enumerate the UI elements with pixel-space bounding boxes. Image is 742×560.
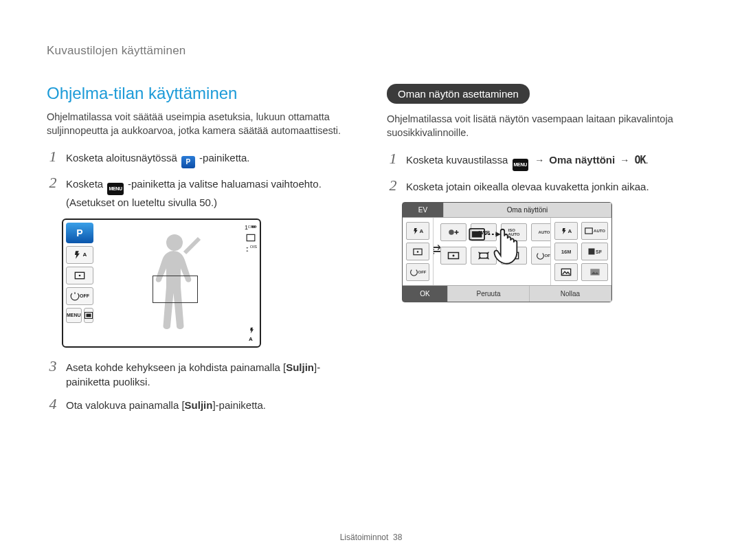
menu-button: MENU	[66, 308, 82, 323]
metering-spot-icon	[440, 247, 466, 265]
step-4: 4 Ota valokuva painamalla [Suljin]-paini…	[47, 398, 355, 413]
focus-area-icon	[406, 243, 429, 260]
svg-point-16	[453, 255, 455, 257]
step-text: Ota valokuva painamalla [	[66, 399, 185, 411]
face-detect-auto-icon: AUTO	[581, 222, 608, 240]
right-column: Oman näytön asettaminen Ohjelmatilassa v…	[387, 84, 695, 421]
flash-auto-icon: A	[554, 222, 578, 240]
svg-rect-10	[256, 226, 257, 227]
svg-rect-3	[86, 313, 91, 317]
svg-rect-20	[472, 232, 482, 238]
my-view-bold: Oma näyttöni	[549, 154, 618, 166]
program-chip-icon: P	[66, 223, 93, 243]
tab-ev: EV	[403, 203, 444, 217]
step-number: 2	[387, 178, 399, 193]
my-view-mock: EV Oma näyttöni A OFF ⇄ AWB ISOAUTO AUTO	[402, 202, 612, 302]
svg-rect-22	[585, 228, 593, 234]
svg-rect-8	[254, 226, 254, 227]
single-shot-icon	[245, 234, 257, 242]
step-text: .	[646, 154, 649, 166]
flash-status-icon: A	[249, 326, 256, 342]
page-number: 38	[393, 533, 402, 542]
reset-button: Nollaa	[530, 286, 611, 302]
svg-rect-9	[254, 226, 255, 227]
step-text: Kosketa aloitusnäytössä	[66, 152, 180, 164]
step-number: 2	[47, 175, 59, 190]
section-title: Ohjelma-tilan käyttäminen	[47, 84, 355, 103]
footer-label: Lisätoiminnot	[340, 533, 389, 542]
step-2: 2 Kosketa MENU -painiketta ja valitse ha…	[47, 177, 355, 210]
step-number: 1	[387, 151, 399, 166]
quality-sf-icon: SF	[581, 243, 608, 260]
step-1: 1 Kosketa aloitusnäytössä P -painiketta.	[47, 150, 355, 168]
svg-rect-23	[589, 249, 595, 255]
svg-point-4	[166, 234, 183, 251]
breadcrumb: Kuvaustilojen käyttäminen	[47, 44, 695, 58]
step-number: 4	[47, 396, 59, 412]
flash-auto-icon: A	[406, 222, 429, 240]
ois-icon: OIS	[245, 245, 257, 254]
mock-right-sidebar: 1 OIS A	[242, 220, 260, 346]
step-number: 1	[47, 149, 59, 164]
arrow-right-icon: →	[620, 155, 629, 166]
left-column: Ohjelma-tilan käyttäminen Ohjelmatilassa…	[47, 84, 355, 421]
svg-rect-5	[248, 226, 251, 227]
step-2: 2 Kosketa jotain oikealla olevaa kuvaket…	[387, 179, 695, 194]
ok-button: OK	[403, 286, 448, 302]
focus-area-icon	[66, 267, 93, 284]
program-mode-icon: P	[181, 156, 195, 168]
svg-rect-11	[247, 234, 255, 240]
lead-text: Ohjelmatilassa voit lisätä näytön vasemp…	[387, 112, 695, 140]
mock-right-col-2: AUTO SF	[581, 218, 611, 285]
svg-point-13	[417, 251, 418, 252]
picture-style-icon	[554, 263, 578, 281]
focus-rectangle	[153, 276, 198, 303]
resolution-16m-icon: 16M	[554, 243, 578, 260]
flash-auto-icon: A	[66, 246, 93, 264]
mock-left-quick-col: A OFF	[403, 218, 433, 285]
svg-rect-7	[252, 226, 253, 227]
step-text: Aseta kohde kehykseen ja kohdista painam…	[66, 361, 286, 373]
mock-preview-area	[99, 224, 239, 342]
step-text: Kosketa kuvaustilassa	[406, 154, 511, 166]
step-text: -painiketta.	[199, 152, 249, 164]
timer-off-icon: OFF	[66, 287, 93, 305]
shutter-bold: Suljin	[286, 361, 314, 373]
svg-point-14	[449, 230, 454, 236]
menu-icon: MENU	[107, 183, 123, 195]
step-1: 1 Kosketa kuvaustilassa MENU → Oma näytt…	[387, 153, 695, 171]
step-3: 3 Aseta kohde kehykseen ja kohdista pain…	[47, 360, 355, 390]
step-text: Kosketa jotain oikealla olevaa kuvaketta…	[406, 179, 695, 194]
hand-drag-icon	[468, 227, 543, 270]
ok-icon: OK	[635, 154, 646, 166]
photo-style-icon	[581, 263, 608, 281]
cancel-button: Peruuta	[448, 286, 530, 302]
lead-text: Ohjelmatilassa voit säätää useimpia aset…	[47, 110, 355, 138]
camera-preview-mock: P A OFF MENU	[62, 219, 261, 348]
shutter-bold: Suljin	[185, 399, 213, 411]
arrow-right-icon: →	[535, 155, 544, 166]
menu-icon: MENU	[513, 159, 528, 171]
ev-adjust-icon	[440, 223, 466, 241]
step-text: Kosketa	[66, 178, 106, 190]
subsection-heading: Oman näytön asettaminen	[387, 84, 530, 104]
mock-left-sidebar: P A OFF MENU	[63, 220, 96, 346]
timer-off-icon: OFF	[406, 263, 429, 281]
svg-point-1	[79, 274, 81, 276]
page-footer: Lisätoiminnot 38	[0, 533, 742, 542]
mock-right-col: A 16M	[551, 218, 581, 285]
step-text: ]-painiketta.	[212, 399, 266, 411]
gallery-icon	[84, 308, 93, 323]
shots-remaining: 1	[245, 224, 257, 231]
tab-my-view: Oma näyttöni	[444, 203, 611, 217]
step-number: 3	[47, 359, 59, 374]
